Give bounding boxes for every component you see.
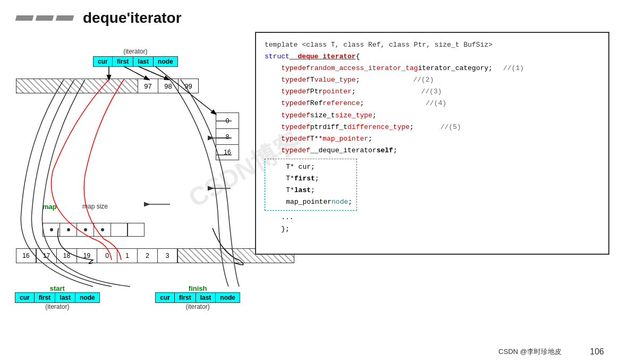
num-2: 2 bbox=[137, 248, 157, 263]
num-3: 3 bbox=[157, 248, 177, 263]
map-cell-6 bbox=[128, 223, 145, 237]
code-line-14: map_pointer node; bbox=[269, 196, 352, 208]
code-line-5: typedef Ptr pointer; //(3) bbox=[265, 86, 600, 98]
map-cells bbox=[43, 223, 145, 237]
finish-group: finish cur first last node (iterator) bbox=[155, 284, 240, 310]
code-line-9: typedef T** map_pointer; bbox=[265, 133, 600, 145]
top-iterator: (iterator) cur first last node bbox=[93, 48, 178, 67]
crosshatch-left bbox=[16, 79, 138, 93]
start-last: last bbox=[55, 293, 75, 302]
icon-bar-2 bbox=[36, 15, 54, 21]
map-box-8: 8 bbox=[216, 128, 239, 144]
code-line-7: typedef size_t size_type; bbox=[265, 110, 600, 122]
num-cell-97: 97 bbox=[138, 79, 158, 93]
finish-last: last bbox=[196, 293, 216, 302]
finish-iter-fields: cur first last node bbox=[155, 292, 240, 303]
page-number: 106 bbox=[590, 347, 604, 357]
page-header: deque'iterator bbox=[0, 0, 620, 32]
code-line-13: T* last; bbox=[269, 185, 352, 196]
map-cell-1 bbox=[43, 223, 60, 237]
iter-field-node: node bbox=[154, 57, 177, 66]
iter-field-last: last bbox=[133, 57, 154, 66]
num-16: 16 bbox=[16, 248, 36, 263]
diagram-area: (iterator) cur first last node 97 98 99 … bbox=[11, 32, 244, 340]
code-line-10: typedef __deque_iterator self; bbox=[265, 145, 600, 157]
code-text: template <class T, class Ref, class Ptr,… bbox=[265, 39, 492, 51]
inner-code-box: T* cur; T* first; T* last; map_pointer n… bbox=[265, 159, 357, 211]
csdn-label: CSDN @李时珍地皮 bbox=[498, 347, 562, 357]
code-line-16: }; bbox=[265, 223, 600, 235]
finish-label: finish bbox=[189, 284, 207, 292]
icon-bar-1 bbox=[15, 15, 34, 21]
page-title: deque'iterator bbox=[83, 10, 182, 27]
start-node: node bbox=[75, 293, 99, 302]
bottom-data-strip: 16 17 18 19 0 1 2 3 bbox=[16, 248, 294, 263]
start-iter-fields: cur first last node bbox=[15, 292, 100, 303]
code-line-2: struct __deque_iterator { bbox=[265, 51, 600, 63]
code-line-8: typedef ptrdiff_t difference_type; //(5) bbox=[265, 122, 600, 133]
map-box-0: 0 bbox=[216, 112, 239, 128]
code-kw: struct bbox=[265, 51, 290, 63]
top-iterator-fields: cur first last node bbox=[93, 56, 178, 67]
code-line-11: T* cur; bbox=[269, 161, 352, 173]
top-data-strip: 97 98 99 bbox=[16, 79, 239, 93]
map-cell-5 bbox=[111, 223, 128, 237]
code-brace: { bbox=[356, 51, 360, 63]
header-icon-group bbox=[16, 15, 73, 21]
start-sublabel: (iterator) bbox=[45, 303, 69, 310]
map-col: 0 8 16 bbox=[216, 112, 239, 160]
svg-line-2 bbox=[138, 66, 169, 80]
page-num-text: 106 bbox=[590, 347, 604, 356]
map-size-label: map size bbox=[82, 203, 108, 210]
iter-field-cur: cur bbox=[94, 57, 113, 66]
top-iterator-label: (iterator) bbox=[123, 48, 147, 55]
bottom-num-strip: 16 17 18 19 0 1 2 3 bbox=[16, 248, 177, 263]
main-area: (iterator) cur first last node 97 98 99 … bbox=[0, 32, 620, 340]
code-line-4: typedef T value_type; //(2) bbox=[265, 74, 600, 86]
icon-bar-3 bbox=[56, 15, 74, 21]
finish-first: first bbox=[175, 293, 196, 302]
code-line-3: typedef random_access_iterator_tag itera… bbox=[265, 63, 600, 74]
finish-sublabel: (iterator) bbox=[185, 303, 209, 310]
code-line-1: template <class T, class Ref, class Ptr,… bbox=[265, 39, 600, 51]
code-line-15: ... bbox=[265, 212, 600, 223]
finish-cur: cur bbox=[156, 293, 175, 302]
map-cell-4 bbox=[94, 223, 111, 237]
num-1: 1 bbox=[117, 248, 137, 263]
map-cell-3 bbox=[77, 223, 94, 237]
start-group: start cur first last node (iterator) bbox=[15, 284, 100, 310]
iter-field-first: first bbox=[113, 57, 134, 66]
num-cells-top: 97 98 99 bbox=[138, 79, 199, 93]
start-cur: cur bbox=[15, 293, 35, 302]
code-line-12: T* first; bbox=[269, 173, 352, 185]
num-0: 0 bbox=[97, 248, 117, 263]
svg-line-1 bbox=[124, 66, 149, 80]
num-19: 19 bbox=[77, 248, 97, 263]
num-cell-99: 99 bbox=[179, 79, 199, 93]
map-row: map map size bbox=[43, 212, 145, 237]
bottom-iterators: start cur first last node (iterator) fin… bbox=[11, 284, 244, 310]
num-cell-98: 98 bbox=[158, 79, 179, 93]
num-17: 17 bbox=[36, 248, 56, 263]
map-cell-2 bbox=[60, 223, 77, 237]
num-18: 18 bbox=[56, 248, 77, 263]
map-box-16: 16 bbox=[216, 144, 239, 160]
finish-node: node bbox=[216, 293, 240, 302]
start-first: first bbox=[35, 293, 56, 302]
code-struct-name: __deque_iterator bbox=[290, 51, 356, 63]
map-label: map bbox=[43, 203, 57, 211]
code-block: template <class T, class Ref, class Ptr,… bbox=[255, 32, 609, 255]
code-line-6: typedef Ref reference; //(4) bbox=[265, 98, 600, 109]
start-label: start bbox=[50, 284, 65, 292]
